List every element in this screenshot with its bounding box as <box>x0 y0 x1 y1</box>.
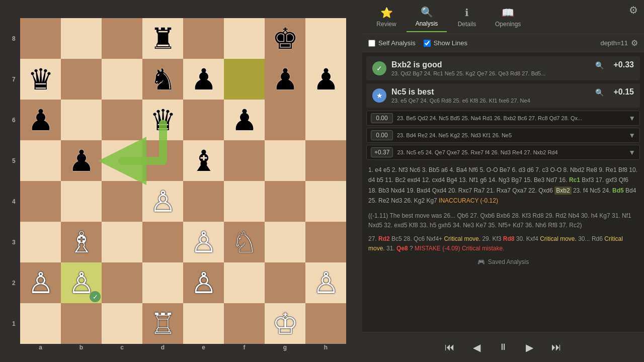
first-move-button[interactable]: ⏮ <box>437 338 463 356</box>
depth-settings-button[interactable]: ⚙ <box>631 38 638 48</box>
variation-line-1[interactable]: 0.00 23. Be5 Qd2 24. Nc5 Bd5 25. Na4 Rd1… <box>366 111 640 126</box>
square-d1[interactable]: ♖ <box>142 303 183 344</box>
square-g7[interactable]: ♟ <box>265 59 305 100</box>
square-e6[interactable] <box>183 100 224 140</box>
square-a8[interactable] <box>20 18 61 59</box>
show-lines-option[interactable]: Show Lines <box>424 39 467 47</box>
chess-board[interactable]: ♜ ♚ ♛ ♞ ♟ ♟ ♟ ♟ ♛ ♟ ♟ <box>20 18 346 344</box>
square-e3[interactable]: ♙ <box>183 222 224 262</box>
square-b2[interactable]: ♙ ✓ <box>61 262 102 303</box>
square-c6[interactable] <box>102 100 142 140</box>
self-analysis-checkbox[interactable] <box>368 40 375 47</box>
square-h1[interactable] <box>305 303 346 344</box>
nav-review[interactable]: ⭐ Review <box>366 3 407 32</box>
square-a7[interactable]: ♛ <box>20 59 61 100</box>
square-d6[interactable]: ♛ <box>142 100 183 140</box>
square-c8[interactable] <box>102 18 142 59</box>
square-c5[interactable] <box>102 140 142 181</box>
openings-icon: 📖 <box>502 7 514 19</box>
square-b5[interactable]: ♟ <box>61 140 102 181</box>
square-h7[interactable]: ♟ <box>305 59 346 100</box>
square-g4[interactable] <box>265 181 305 222</box>
square-b6[interactable] <box>61 100 102 140</box>
square-a2[interactable]: ♙ <box>20 262 61 303</box>
square-b4[interactable] <box>61 181 102 222</box>
last-move-button[interactable]: ⏭ <box>543 338 570 356</box>
square-f7[interactable] <box>224 59 265 100</box>
search-nc5-button[interactable]: 🔍 <box>594 87 605 98</box>
pause-button[interactable]: ⏸ <box>491 339 516 355</box>
square-b8[interactable] <box>61 18 102 59</box>
square-f8[interactable] <box>224 18 265 59</box>
variation-expand-3[interactable]: ▼ <box>628 148 635 156</box>
square-f1[interactable] <box>224 303 265 344</box>
square-b7[interactable] <box>61 59 102 100</box>
piece-white-knight-f3: ♘ <box>231 228 258 257</box>
square-h6[interactable] <box>305 100 346 140</box>
nav-openings-label: Openings <box>495 21 521 28</box>
square-e5[interactable]: ♝ <box>183 140 224 181</box>
square-d8[interactable]: ♜ <box>142 18 183 59</box>
square-f2[interactable] <box>224 262 265 303</box>
nav-analysis[interactable]: 🔍 Analysis <box>407 2 447 32</box>
variation-line-3[interactable]: +0.37 23. Nc5 e5 24. Qe7 Qxe7 25. Rxe7 f… <box>366 145 640 160</box>
square-g6[interactable] <box>265 100 305 140</box>
square-c7[interactable] <box>102 59 142 100</box>
piece-white-pawn-d4: ♙ <box>150 187 176 216</box>
analysis-content[interactable]: ✓ Bxb2 is good 23. Qd2 Bg7 24. Rc1 Ne5 2… <box>362 52 644 332</box>
square-f6[interactable]: ♟ <box>224 100 265 140</box>
show-lines-checkbox[interactable] <box>424 40 431 47</box>
next-move-button[interactable]: ▶ <box>518 338 541 356</box>
square-b3[interactable]: ♗ <box>61 222 102 262</box>
square-b1[interactable] <box>61 303 102 344</box>
square-c4[interactable] <box>102 181 142 222</box>
square-c2[interactable] <box>102 262 142 303</box>
square-e8[interactable] <box>183 18 224 59</box>
square-g5[interactable] <box>265 140 305 181</box>
nav-openings[interactable]: 📖 Openings <box>487 3 529 32</box>
square-a6[interactable]: ♟ <box>20 100 61 140</box>
top-nav: ⭐ Review 🔍 Analysis ℹ Details 📖 Openings… <box>362 0 644 34</box>
rank-5: 5 <box>12 140 16 181</box>
prev-move-button[interactable]: ◀ <box>465 338 489 356</box>
square-a4[interactable] <box>20 181 61 222</box>
square-d2[interactable] <box>142 262 183 303</box>
show-lines-label: Show Lines <box>434 39 467 47</box>
options-row: Self Analysis Show Lines depth=11 ⚙ <box>362 34 644 52</box>
square-g3[interactable] <box>265 222 305 262</box>
square-d3[interactable] <box>142 222 183 262</box>
square-h8[interactable] <box>305 18 346 59</box>
square-g8[interactable]: ♚ <box>265 18 305 59</box>
square-f5[interactable] <box>224 140 265 181</box>
rank-1: 1 <box>12 303 16 344</box>
square-a5[interactable] <box>20 140 61 181</box>
square-d4[interactable]: ♙ <box>142 181 183 222</box>
self-analysis-option[interactable]: Self Analysis <box>368 39 416 47</box>
square-d7[interactable]: ♞ <box>142 59 183 100</box>
square-g2[interactable] <box>265 262 305 303</box>
square-c3[interactable] <box>102 222 142 262</box>
square-h5[interactable] <box>305 140 346 181</box>
square-d5[interactable] <box>142 140 183 181</box>
square-c1[interactable] <box>102 303 142 344</box>
piece-white-king-g1: ♔ <box>272 309 298 338</box>
square-e4[interactable] <box>183 181 224 222</box>
square-a1[interactable] <box>20 303 61 344</box>
square-e7[interactable]: ♟ <box>183 59 224 100</box>
nav-details[interactable]: ℹ Details <box>447 3 487 32</box>
variation-expand-2[interactable]: ▼ <box>628 131 635 139</box>
square-h3[interactable] <box>305 222 346 262</box>
square-h4[interactable] <box>305 181 346 222</box>
square-f4[interactable] <box>224 181 265 222</box>
square-e1[interactable] <box>183 303 224 344</box>
square-e2[interactable]: ♙ <box>183 262 224 303</box>
top-settings-button[interactable]: ⚙ <box>629 4 638 16</box>
square-g1[interactable]: ♔ <box>265 303 305 344</box>
search-bxb2-button[interactable]: 🔍 <box>594 60 605 70</box>
variation-expand-1[interactable]: ▼ <box>628 114 635 122</box>
best-move-annotation: ((-1.11) The best move was 26... Qb6 27.… <box>366 209 640 232</box>
square-a3[interactable] <box>20 222 61 262</box>
variation-line-2[interactable]: 0.00 23. Bd4 Re2 24. Ne5 Kg2 25. Nd3 Kf1… <box>366 128 640 143</box>
square-h2[interactable]: ♙ <box>305 262 346 303</box>
square-f3[interactable]: ♘ <box>224 222 265 262</box>
